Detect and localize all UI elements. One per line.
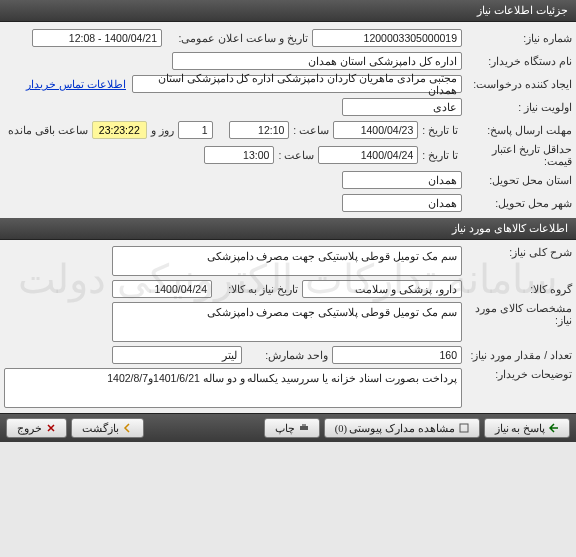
delivery-province-field: همدان (342, 171, 462, 189)
delivery-city-field: همدان (342, 194, 462, 212)
back-icon (123, 423, 133, 433)
contact-buyer-link[interactable]: اطلاعات تماس خریدار (26, 78, 126, 90)
back-button[interactable]: بازگشت (71, 418, 144, 438)
days-and-label: روز و (147, 124, 178, 136)
need-desc-field: سم مک تومیل قوطی پلاستیکی جهت مصرف دامپز… (112, 246, 462, 276)
print-icon (299, 423, 309, 433)
qty-field: 160 (332, 346, 462, 364)
window-title-bar: جزئیات اطلاعات نیاز (0, 0, 576, 22)
requester-label: ایجاد کننده درخواست: (462, 78, 572, 90)
exit-button[interactable]: خروج (6, 418, 67, 438)
need-to-goods-label: تاریخ نیاز به کالا: (212, 283, 302, 295)
deadline-time-field: 12:10 (229, 121, 289, 139)
delivery-city-label: شهر محل تحویل: (462, 197, 572, 209)
unit-label: واحد شمارش: (242, 349, 332, 361)
priority-label: اولویت نیاز : (462, 101, 572, 113)
attachments-button[interactable]: مشاهده مدارک پیوستی (0) (324, 418, 480, 438)
section-goods-details: شرح کلی نیاز: سم مک تومیل قوطی پلاستیکی … (0, 240, 576, 413)
time-label-2: ساعت : (274, 149, 318, 161)
price-date-field: 1400/04/24 (318, 146, 418, 164)
delivery-province-label: استان محل تحویل: (462, 174, 572, 186)
requester-field: مجتبی مرادی ماهریان کاردان دامپزشکی ادار… (132, 75, 462, 93)
price-validity-label: حداقل تاریخ اعتبار قیمت: (462, 143, 572, 167)
days-count-field: 1 (178, 121, 213, 139)
remaining-suffix: ساعت باقی مانده (4, 124, 92, 136)
deadline-label: مهلت ارسال پاسخ: (462, 124, 572, 136)
time-label-1: ساعت : (289, 124, 333, 136)
qty-label: تعداد / مقدار مورد نیاز: (462, 349, 572, 361)
need-to-goods-date-field: 1400/04/24 (112, 280, 212, 298)
section-goods-title-bar: اطلاعات کالاهای مورد نیاز (0, 218, 576, 240)
footer-toolbar: پاسخ به نیاز مشاهده مدارک پیوستی (0) چاپ… (0, 413, 576, 442)
goods-spec-field: سم مک تومیل قوطی پلاستیکی جهت مصرف دامپز… (112, 302, 462, 342)
exit-icon (46, 423, 56, 433)
to-date-label-2: تا تاریخ : (418, 149, 462, 161)
section-goods-title: اطلاعات کالاهای مورد نیاز (452, 222, 568, 234)
goods-spec-label: مشخصات کالای مورد نیاز: (462, 302, 572, 326)
reply-icon (549, 423, 559, 433)
section-need-details: شماره نیاز: 1200003305000019 تاریخ و ساع… (0, 22, 576, 218)
unit-field: لیتر (112, 346, 242, 364)
svg-rect-1 (300, 426, 308, 430)
priority-field: عادی (342, 98, 462, 116)
svg-rect-0 (460, 424, 468, 432)
need-number-label: شماره نیاز: (462, 32, 572, 44)
need-number-field: 1200003305000019 (312, 29, 462, 47)
buyer-org-field: اداره کل دامپزشکی استان همدان (172, 52, 462, 70)
announce-datetime-field: 1400/04/21 - 12:08 (32, 29, 162, 47)
announce-datetime-label: تاریخ و ساعت اعلان عمومی: (162, 32, 312, 44)
print-button[interactable]: چاپ (264, 418, 320, 438)
svg-rect-2 (302, 424, 306, 426)
window-title: جزئیات اطلاعات نیاز (477, 4, 568, 16)
goods-group-field: دارو، پزشکی و سلامت (302, 280, 462, 298)
buyer-notes-field: پرداخت بصورت اسناد خزانه یا سررسید یکسال… (4, 368, 462, 408)
price-time-field: 13:00 (204, 146, 274, 164)
buyer-org-label: نام دستگاه خریدار: (462, 55, 572, 67)
to-date-label: تا تاریخ : (418, 124, 462, 136)
respond-button[interactable]: پاسخ به نیاز (484, 418, 570, 438)
goods-group-label: گروه کالا: (462, 283, 572, 295)
deadline-date-field: 1400/04/23 (333, 121, 418, 139)
remaining-time-box: 23:23:22 (92, 121, 147, 139)
buyer-notes-label: توضیحات خریدار: (462, 368, 572, 380)
attachment-icon (459, 423, 469, 433)
need-desc-label: شرح کلی نیاز: (462, 246, 572, 258)
